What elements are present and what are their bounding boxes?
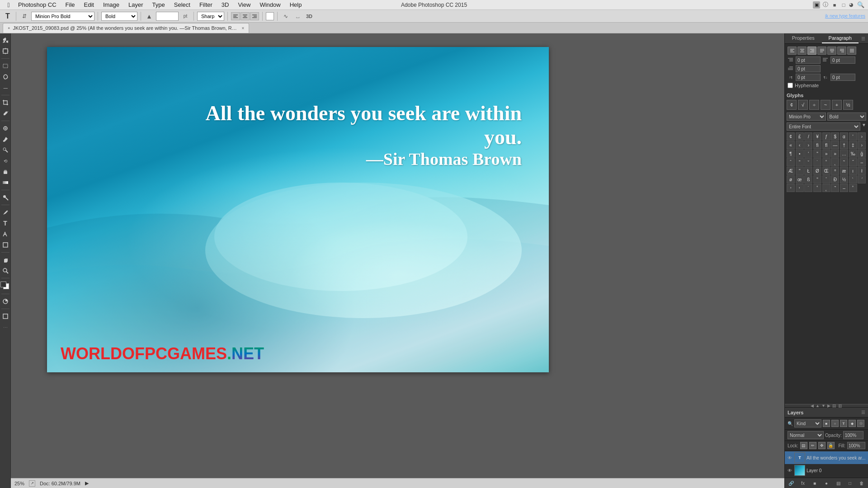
lasso-tool-icon[interactable] xyxy=(0,72,10,82)
glyph-cell[interactable]: Ø xyxy=(813,167,821,175)
para-justify-center[interactable] xyxy=(827,47,836,55)
dodge-tool-icon[interactable] xyxy=(0,192,10,202)
glyph-cell[interactable]: … xyxy=(840,150,848,158)
glyph-cell[interactable]: α xyxy=(840,132,848,141)
menu-edit[interactable]: Edit xyxy=(80,0,99,9)
glyph-cell[interactable]: ½ xyxy=(840,175,848,183)
glyph-recent-div[interactable]: ÷ xyxy=(809,100,819,110)
glyph-cell[interactable]: – xyxy=(840,184,848,192)
char-para-panels-icon[interactable]: ⎵ xyxy=(292,11,302,21)
indent-right-input[interactable] xyxy=(830,56,855,64)
glyph-cell[interactable]: ğ xyxy=(858,150,866,158)
new-type-features-link[interactable]: jk new type features xyxy=(825,14,865,19)
menu-select[interactable]: Select xyxy=(170,0,195,9)
layer-filter-adjust[interactable]: ○ xyxy=(831,420,839,427)
lock-position-btn[interactable]: ✥ xyxy=(818,442,826,449)
glyphs-dropdown-icon[interactable]: ▼ xyxy=(862,122,866,131)
glyph-recent-cent[interactable]: ¢ xyxy=(787,100,797,110)
glyph-cell[interactable]: › xyxy=(804,141,812,149)
layers-delete-icon[interactable]: 🗑 xyxy=(858,479,865,487)
glyph-recent-tilde[interactable]: ~ xyxy=(821,100,830,110)
glyph-cell[interactable]: ' xyxy=(804,150,812,158)
menu-layer[interactable]: Layer xyxy=(124,0,148,9)
layer-row-text[interactable]: 👁 T All the wonders you seek ar... xyxy=(785,451,868,464)
glyph-cell[interactable]: $ xyxy=(831,132,839,141)
glyph-cell[interactable]: / xyxy=(804,132,812,141)
glyph-cell[interactable]: Œ xyxy=(822,167,830,175)
tab-paragraph[interactable]: Paragraph xyxy=(822,33,859,43)
zoom-tool-icon[interactable] xyxy=(0,266,10,276)
glyph-recent-half[interactable]: ½ xyxy=(843,100,853,110)
glyph-cell[interactable]: ˓ xyxy=(796,184,804,192)
glyph-cell[interactable]: ø xyxy=(787,175,795,183)
fill-input[interactable] xyxy=(847,442,865,449)
glyph-cell[interactable]: Ł xyxy=(804,167,812,175)
font-weight-select[interactable]: Bold xyxy=(101,12,137,21)
eraser-tool-icon[interactable] xyxy=(0,167,10,177)
layers-effects-icon[interactable]: fx xyxy=(799,479,807,487)
font-name-select[interactable]: Minion Pro Bold xyxy=(31,12,94,21)
glyph-cell[interactable]: ˝ xyxy=(849,158,857,166)
glyph-cell[interactable]: ¥ xyxy=(813,132,821,141)
document-tab[interactable]: ● JKOST_2015_09083.psd @ 25% (All the wo… xyxy=(3,23,249,33)
glyph-cell[interactable]: ł xyxy=(858,167,866,175)
layer-visibility-text[interactable]: 👁 xyxy=(787,455,793,461)
layers-kind-select[interactable]: Kind xyxy=(794,419,821,427)
glyph-cell[interactable]: ‹ xyxy=(796,141,804,149)
layer-filter-shape[interactable]: ◆ xyxy=(849,420,856,427)
opacity-input[interactable] xyxy=(843,431,863,439)
panel-menu-icon[interactable]: ☰ xyxy=(859,33,868,43)
glyph-cell[interactable]: ˜ xyxy=(831,184,839,192)
para-align-left[interactable] xyxy=(788,47,797,55)
glyph-cell[interactable]: † xyxy=(840,141,848,149)
system-icon-display[interactable]: ▣ xyxy=(813,1,820,9)
glyph-cell[interactable]: » xyxy=(822,150,830,158)
doc-info-arrow[interactable]: ▶ xyxy=(85,480,89,486)
glyph-cell[interactable]: ˚ xyxy=(849,184,857,192)
glyph-cell[interactable]: £ xyxy=(796,132,804,141)
para-align-center[interactable] xyxy=(797,47,807,55)
eyedropper-tool-icon[interactable] xyxy=(0,108,10,118)
layers-link-icon[interactable]: 🔗 xyxy=(788,479,795,487)
glyph-cell[interactable]: ˆ xyxy=(787,158,795,166)
glyph-cell[interactable]: › xyxy=(858,141,866,149)
space-before-input[interactable] xyxy=(796,74,821,81)
color-picker[interactable] xyxy=(0,282,10,291)
warp-text-icon[interactable]: ∿ xyxy=(281,11,291,21)
glyph-cell[interactable]: " xyxy=(813,150,821,158)
glyph-cell[interactable]: œ xyxy=(796,175,804,183)
quick-select-tool-icon[interactable]: ⸻ xyxy=(0,83,10,93)
glyph-cell[interactable]: › xyxy=(858,132,866,141)
path-select-icon[interactable] xyxy=(0,229,10,239)
glyph-cell[interactable]: – xyxy=(858,158,866,166)
layers-blendmode-select[interactable]: Normal xyxy=(788,431,824,439)
layers-group-icon[interactable]: ▤ xyxy=(835,479,842,487)
pen-tool-icon[interactable] xyxy=(0,207,10,217)
crop-tool-icon[interactable] xyxy=(0,98,10,108)
type-tool-left-icon[interactable]: T xyxy=(0,218,10,228)
glyph-cell[interactable]: Ð xyxy=(831,175,839,183)
history-brush-icon[interactable]: ⟲ xyxy=(0,156,10,166)
extras-icon[interactable]: ⋯ xyxy=(0,322,10,332)
glyph-recent-plus[interactable]: + xyxy=(832,100,842,110)
layers-adjustment-icon[interactable]: ● xyxy=(823,479,830,487)
hand-tool-icon[interactable] xyxy=(0,255,10,265)
panel-resize-handle[interactable]: ◀ ▲ ▼ ▶ ▤ ▥ xyxy=(785,404,868,408)
artboard-tool-icon[interactable] xyxy=(0,46,10,56)
glyph-cell[interactable]: ' xyxy=(849,132,857,141)
brush-tool-icon[interactable] xyxy=(0,134,10,144)
glyph-cell[interactable]: ‡ xyxy=(849,141,857,149)
glyph-cell[interactable]: " xyxy=(796,167,804,175)
layers-mask-icon[interactable]: ■ xyxy=(811,479,818,487)
glyph-cell[interactable]: Æ xyxy=(787,167,795,175)
layer-filter-type[interactable]: T xyxy=(840,420,847,427)
lock-all-btn[interactable]: 🔒 xyxy=(827,442,835,449)
glyph-cell[interactable]: ƒ xyxy=(822,132,830,141)
glyphs-subset-select[interactable]: Entire Font xyxy=(787,122,860,131)
menu-3d[interactable]: 3D xyxy=(217,0,234,9)
layer-row-image[interactable]: 👁 Layer 0 xyxy=(785,464,868,477)
glyph-cell[interactable]: ˚ xyxy=(822,158,830,166)
layers-panel-menu[interactable]: ☰ xyxy=(861,410,865,415)
para-justify-left[interactable] xyxy=(817,47,826,55)
glyph-recent-sqrt[interactable]: √ xyxy=(798,100,808,110)
